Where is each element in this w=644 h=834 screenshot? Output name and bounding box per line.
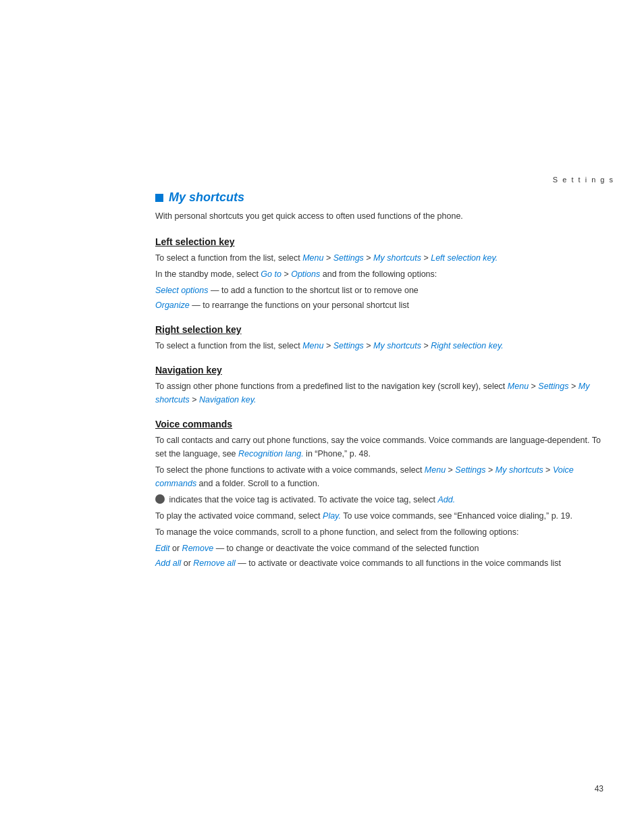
left-selection-key-title: Left selection key: [155, 236, 614, 247]
link-menu-2[interactable]: Menu: [302, 341, 323, 350]
link-options[interactable]: Options: [291, 269, 320, 279]
link-left-selection-key[interactable]: Left selection key.: [431, 253, 498, 263]
link-myshortcuts-4[interactable]: My shortcuts: [495, 465, 543, 475]
link-remove[interactable]: Remove: [182, 544, 214, 553]
content-area: S e t t i n g s My shortcuts With person…: [155, 0, 614, 650]
link-edit[interactable]: Edit: [155, 544, 170, 553]
link-goto[interactable]: Go to: [261, 269, 281, 279]
select-options-item: Select options — to add a function to th…: [155, 284, 614, 297]
voice-commands-para5: To manage the voice commands, scroll to …: [155, 525, 614, 539]
link-right-selection-key[interactable]: Right selection key.: [431, 341, 503, 350]
page-container: S e t t i n g s My shortcuts With person…: [0, 0, 644, 834]
settings-label: S e t t i n g s: [155, 176, 614, 184]
link-menu-1[interactable]: Menu: [302, 253, 323, 263]
add-all-remove-all-item: Add all or Remove all — to activate or d…: [155, 556, 614, 570]
link-select-options[interactable]: Select options: [155, 286, 209, 295]
link-settings-1[interactable]: Settings: [333, 253, 364, 263]
right-selection-key-para1: To select a function from the list, sele…: [155, 339, 614, 353]
main-title: My shortcuts: [169, 190, 244, 205]
navigation-key-para1: To assign other phone functions from a p…: [155, 380, 614, 407]
voice-commands-para1: To call contacts and carry out phone fun…: [155, 434, 614, 461]
link-add[interactable]: Add.: [437, 495, 455, 504]
voice-tag-icon: [155, 494, 165, 504]
subsection-right-selection-key: Right selection key To select a function…: [155, 324, 614, 353]
subsection-left-selection-key: Left selection key To select a function …: [155, 236, 614, 312]
link-myshortcuts-2[interactable]: My shortcuts: [373, 341, 421, 350]
link-myshortcuts-1[interactable]: My shortcuts: [373, 253, 421, 263]
left-selection-key-para1: To select a function from the list, sele…: [155, 251, 614, 265]
link-navigation-key[interactable]: Navigation key.: [199, 395, 257, 405]
voice-commands-para4: To play the activated voice command, sel…: [155, 509, 614, 523]
voice-commands-para3: indicates that the voice tag is activate…: [155, 493, 614, 506]
link-menu-3[interactable]: Menu: [508, 382, 529, 391]
right-selection-key-title: Right selection key: [155, 324, 614, 335]
edit-remove-item: Edit or Remove — to change or deactivate…: [155, 542, 614, 555]
intro-text: With personal shortcuts you get quick ac…: [155, 210, 614, 223]
link-settings-4[interactable]: Settings: [455, 465, 485, 475]
organize-item: Organize — to rearrange the functions on…: [155, 298, 614, 312]
link-settings-3[interactable]: Settings: [538, 382, 568, 391]
main-section-title: My shortcuts: [155, 190, 614, 205]
link-recognition-lang[interactable]: Recognition lang.: [238, 449, 304, 459]
link-menu-4[interactable]: Menu: [425, 465, 446, 475]
link-add-all[interactable]: Add all: [155, 558, 181, 568]
subsection-navigation-key: Navigation key To assign other phone fun…: [155, 365, 614, 407]
blue-square-icon: [155, 194, 163, 202]
subsection-voice-commands: Voice commands To call contacts and carr…: [155, 419, 614, 570]
left-selection-key-para2: In the standby mode, select Go to > Opti…: [155, 267, 614, 281]
link-settings-2[interactable]: Settings: [333, 341, 364, 350]
page-number: 43: [595, 784, 603, 793]
link-play[interactable]: Play.: [323, 511, 341, 521]
link-organize[interactable]: Organize: [155, 301, 190, 310]
navigation-key-title: Navigation key: [155, 365, 614, 375]
voice-commands-para2: To select the phone functions to activat…: [155, 463, 614, 490]
link-remove-all[interactable]: Remove all: [193, 558, 236, 568]
voice-commands-title: Voice commands: [155, 419, 614, 429]
